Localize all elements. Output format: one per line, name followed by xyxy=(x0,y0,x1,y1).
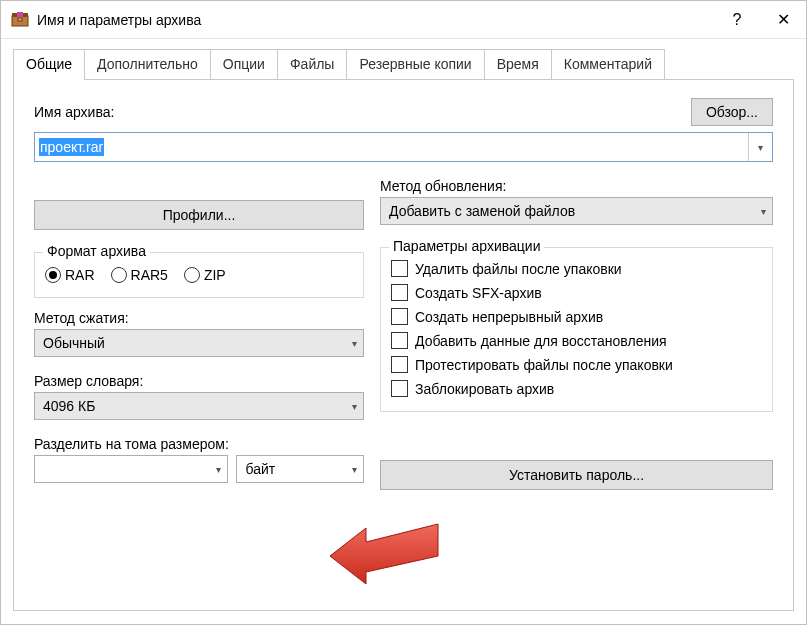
split-label: Разделить на тома размером: xyxy=(34,436,364,452)
checkbox-icon xyxy=(391,380,408,397)
svg-rect-2 xyxy=(17,12,23,17)
check-label: Создать SFX-архив xyxy=(415,285,542,301)
chevron-down-icon: ▾ xyxy=(761,206,766,217)
dictionary-select[interactable]: 4096 КБ ▾ xyxy=(34,392,364,420)
annotation-arrow-icon xyxy=(326,506,446,586)
update-method-select[interactable]: Добавить с заменой файлов ▾ xyxy=(380,197,773,225)
close-button[interactable]: ✕ xyxy=(760,1,806,39)
checkbox-icon xyxy=(391,332,408,349)
browse-button[interactable]: Обзор... xyxy=(691,98,773,126)
radio-icon xyxy=(45,267,61,283)
radio-icon xyxy=(184,267,200,283)
compression-label: Метод сжатия: xyxy=(34,310,364,326)
chevron-down-icon: ▾ xyxy=(352,464,357,475)
tab-options[interactable]: Опции xyxy=(210,49,278,80)
check-label: Добавить данные для восстановления xyxy=(415,333,667,349)
params-group-legend: Параметры архивации xyxy=(389,238,544,254)
chevron-down-icon: ▾ xyxy=(352,338,357,349)
titlebar: Имя и параметры архива ? ✕ xyxy=(1,1,806,39)
dictionary-value: 4096 КБ xyxy=(43,398,352,414)
chevron-down-icon: ▾ xyxy=(352,401,357,412)
profiles-button[interactable]: Профили... xyxy=(34,200,364,230)
svg-rect-3 xyxy=(18,18,22,21)
help-button[interactable]: ? xyxy=(714,1,760,39)
checkbox-icon xyxy=(391,308,408,325)
tab-panel-general: Имя архива: Обзор... проект.rar ▾ Профил… xyxy=(13,79,794,611)
archive-name-combobox[interactable]: проект.rar ▾ xyxy=(34,132,773,162)
radio-zip[interactable]: ZIP xyxy=(184,267,226,283)
check-sfx[interactable]: Создать SFX-архив xyxy=(391,284,762,301)
split-unit-value: байт xyxy=(245,461,352,477)
check-delete-after[interactable]: Удалить файлы после упаковки xyxy=(391,260,762,277)
compression-select[interactable]: Обычный ▾ xyxy=(34,329,364,357)
archive-name-label: Имя архива: xyxy=(34,104,691,120)
radio-rar5[interactable]: RAR5 xyxy=(111,267,168,283)
tab-files[interactable]: Файлы xyxy=(277,49,347,80)
tab-strip: Общие Дополнительно Опции Файлы Резервны… xyxy=(1,39,806,80)
check-label: Заблокировать архив xyxy=(415,381,554,397)
window-title: Имя и параметры архива xyxy=(37,12,714,28)
checkbox-icon xyxy=(391,356,408,373)
tab-time[interactable]: Время xyxy=(484,49,552,80)
check-label: Удалить файлы после упаковки xyxy=(415,261,622,277)
radio-rar[interactable]: RAR xyxy=(45,267,95,283)
check-solid[interactable]: Создать непрерывный архив xyxy=(391,308,762,325)
check-lock[interactable]: Заблокировать архив xyxy=(391,380,762,397)
chevron-down-icon: ▾ xyxy=(216,464,221,475)
split-size-select[interactable]: ▾ xyxy=(34,455,228,483)
radio-label: RAR xyxy=(65,267,95,283)
archive-name-dropdown-icon[interactable]: ▾ xyxy=(748,133,772,161)
check-test[interactable]: Протестировать файлы после упаковки xyxy=(391,356,762,373)
checkbox-icon xyxy=(391,284,408,301)
dictionary-label: Размер словаря: xyxy=(34,373,364,389)
update-method-label: Метод обновления: xyxy=(380,178,773,194)
split-unit-select[interactable]: байт ▾ xyxy=(236,455,364,483)
radio-icon xyxy=(111,267,127,283)
check-recovery[interactable]: Добавить данные для восстановления xyxy=(391,332,762,349)
tab-general[interactable]: Общие xyxy=(13,49,85,80)
checkbox-icon xyxy=(391,260,408,277)
radio-label: RAR5 xyxy=(131,267,168,283)
dialog-window: Имя и параметры архива ? ✕ Общие Дополни… xyxy=(0,0,807,625)
app-icon xyxy=(11,11,29,29)
check-label: Протестировать файлы после упаковки xyxy=(415,357,673,373)
compression-value: Обычный xyxy=(43,335,352,351)
format-group-legend: Формат архива xyxy=(43,243,150,259)
archive-name-input[interactable]: проект.rar xyxy=(35,133,748,161)
tab-backup[interactable]: Резервные копии xyxy=(346,49,484,80)
set-password-button[interactable]: Установить пароль... xyxy=(380,460,773,490)
update-method-value: Добавить с заменой файлов xyxy=(389,203,761,219)
check-label: Создать непрерывный архив xyxy=(415,309,603,325)
tab-comment[interactable]: Комментарий xyxy=(551,49,665,80)
radio-label: ZIP xyxy=(204,267,226,283)
tab-advanced[interactable]: Дополнительно xyxy=(84,49,211,80)
svg-marker-4 xyxy=(330,524,438,584)
